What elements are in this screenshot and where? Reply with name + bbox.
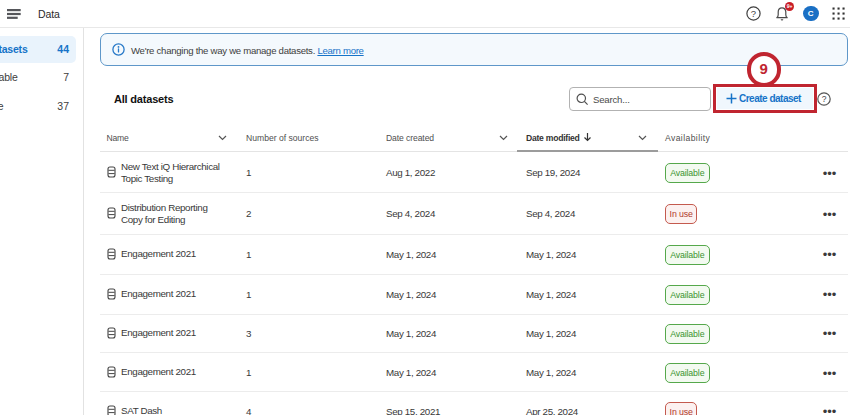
svg-text:?: ? xyxy=(751,8,756,19)
svg-text:?: ? xyxy=(822,94,827,104)
